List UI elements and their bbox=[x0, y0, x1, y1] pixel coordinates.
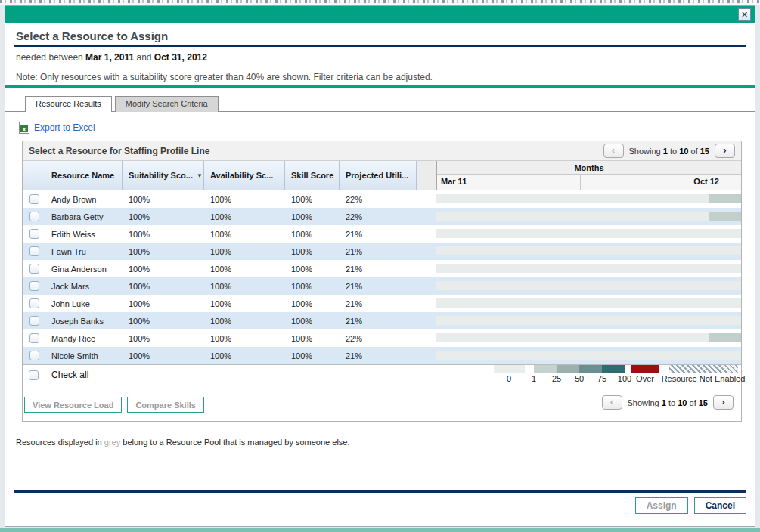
to-word: to bbox=[668, 147, 679, 156]
showing-word: Showing bbox=[629, 147, 663, 156]
utilization-bar bbox=[436, 246, 741, 255]
check-all-checkbox[interactable] bbox=[29, 370, 39, 380]
tab-resource-results[interactable]: Resource Results bbox=[25, 96, 112, 112]
row-checkbox[interactable] bbox=[29, 298, 39, 308]
footnote-grey-word: grey bbox=[104, 438, 120, 447]
assign-button[interactable]: Assign bbox=[635, 497, 688, 514]
table-row[interactable]: Fawn Tru 100% 100% 100% 21% bbox=[23, 243, 741, 260]
utilization-bar-tail bbox=[709, 194, 741, 203]
gantt-gridline bbox=[724, 312, 724, 329]
row-checkbox-cell bbox=[23, 277, 45, 295]
table-row[interactable]: Mandy Rice 100% 100% 100% 22% bbox=[23, 329, 741, 347]
row-checkbox[interactable] bbox=[29, 333, 39, 343]
suitability-cell: 100% bbox=[123, 225, 204, 243]
table-row[interactable]: Nicole Smith 100% 100% 100% 21% bbox=[23, 347, 741, 364]
skill-score-cell: 100% bbox=[285, 190, 340, 208]
row-checkbox[interactable] bbox=[29, 264, 39, 274]
row-checkbox[interactable] bbox=[29, 316, 39, 326]
compare-skills-button[interactable]: Compare Skills bbox=[127, 397, 203, 413]
legend-label-0: 0 bbox=[507, 374, 511, 383]
legend-label-not-enabled: Resource Not Enabled bbox=[662, 374, 746, 383]
header-resource-name[interactable]: Resource Name bbox=[45, 161, 123, 190]
pagination-text: Showing 1 to 10 of 15 bbox=[629, 147, 709, 156]
row-divider-cell bbox=[417, 295, 436, 312]
gantt-gridline bbox=[724, 190, 724, 208]
table-row[interactable]: Joseph Banks 100% 100% 100% 21% bbox=[23, 312, 741, 329]
suitability-cell: 100% bbox=[123, 312, 204, 329]
table-row[interactable]: Andy Brown 100% 100% 100% 22% bbox=[23, 190, 741, 208]
resource-name-cell: Joseph Banks bbox=[45, 312, 123, 329]
table-row[interactable]: Edith Weiss 100% 100% 100% 21% bbox=[23, 225, 741, 243]
row-checkbox[interactable] bbox=[29, 229, 39, 239]
projected-utilization-cell: 21% bbox=[340, 243, 417, 260]
legend-not-enabled-swatch bbox=[669, 365, 738, 373]
row-checkbox-cell bbox=[23, 243, 45, 260]
and-text: and bbox=[134, 52, 154, 63]
close-icon[interactable]: ✕ bbox=[738, 8, 751, 21]
row-checkbox[interactable] bbox=[29, 351, 39, 360]
skill-score-cell: 100% bbox=[285, 277, 340, 295]
suitability-cell: 100% bbox=[123, 208, 204, 225]
table-row[interactable]: Barbara Getty 100% 100% 100% 22% bbox=[23, 208, 741, 225]
projected-utilization-cell: 21% bbox=[340, 225, 417, 243]
row-checkbox-cell bbox=[23, 260, 45, 277]
cancel-button[interactable]: Cancel bbox=[694, 497, 746, 514]
utilization-gantt-cell bbox=[436, 190, 741, 208]
prev-page-button-bottom[interactable]: ‹ bbox=[602, 395, 622, 410]
tab-modify-search-criteria[interactable]: Modify Search Criteria bbox=[115, 96, 219, 112]
note-text: Note: Only resources with a suitability … bbox=[16, 72, 433, 82]
utilization-gantt-cell bbox=[436, 208, 741, 225]
skill-score-cell: 100% bbox=[285, 208, 340, 225]
row-checkbox[interactable] bbox=[29, 194, 39, 204]
row-divider-cell bbox=[417, 260, 436, 277]
skill-score-cell: 100% bbox=[285, 225, 340, 243]
projected-utilization-cell: 22% bbox=[340, 208, 417, 225]
suitability-cell: 100% bbox=[123, 347, 204, 364]
availability-cell: 100% bbox=[204, 347, 285, 364]
row-checkbox[interactable] bbox=[29, 212, 39, 221]
resource-name-cell: Barbara Getty bbox=[45, 208, 123, 225]
resource-name-cell: Nicole Smith bbox=[45, 347, 123, 364]
suitability-cell: 100% bbox=[123, 295, 204, 312]
legend-scale-segment bbox=[534, 365, 557, 373]
projected-utilization-cell: 21% bbox=[340, 347, 417, 364]
footnote-part1: Resources displayed in bbox=[16, 438, 104, 447]
pagination-text-bottom: Showing 1 to 10 of 15 bbox=[628, 398, 708, 407]
next-page-button-bottom[interactable]: › bbox=[713, 395, 734, 410]
header-availability-score[interactable]: Availability Sc... bbox=[204, 161, 285, 190]
utilization-bar bbox=[436, 333, 741, 342]
suitability-cell: 100% bbox=[123, 277, 204, 295]
header-suitability-score[interactable]: Suitability Sco... ▼ bbox=[123, 161, 204, 190]
row-divider-cell bbox=[417, 329, 436, 347]
utilization-bar bbox=[436, 281, 741, 290]
showing-word: Showing bbox=[628, 398, 662, 407]
table-row[interactable]: Jack Mars 100% 100% 100% 21% bbox=[23, 277, 741, 295]
skill-score-cell: 100% bbox=[285, 347, 340, 364]
months-range-row: Mar 11 Oct 12 bbox=[437, 175, 741, 190]
gantt-gridline bbox=[724, 225, 724, 243]
month-start-label: Mar 11 bbox=[437, 175, 581, 190]
skill-score-cell: 100% bbox=[285, 312, 340, 329]
row-checkbox[interactable] bbox=[29, 281, 39, 291]
of-word: of bbox=[688, 147, 700, 156]
utilization-bar-tail bbox=[709, 333, 741, 342]
needed-between-text: needed between Mar 1, 2011 and Oct 31, 2… bbox=[16, 52, 207, 63]
skill-score-cell: 100% bbox=[285, 329, 340, 347]
sort-desc-icon: ▼ bbox=[197, 172, 203, 179]
export-to-excel-link[interactable]: Export to Excel bbox=[19, 122, 95, 134]
header-skill-score[interactable]: Skill Score bbox=[285, 161, 340, 190]
resource-name-cell: Jack Mars bbox=[45, 277, 123, 295]
next-page-button[interactable]: › bbox=[715, 144, 735, 158]
row-checkbox[interactable] bbox=[29, 246, 39, 256]
prev-page-button[interactable]: ‹ bbox=[603, 144, 624, 158]
legend-scale-segment bbox=[557, 365, 579, 373]
view-resource-load-button[interactable]: View Resource Load bbox=[24, 397, 122, 413]
skill-score-cell: 100% bbox=[285, 243, 340, 260]
skill-score-cell: 100% bbox=[285, 295, 340, 312]
header-projected-utilization[interactable]: Projected Utili... bbox=[340, 161, 417, 190]
resource-name-cell: John Luke bbox=[45, 295, 123, 312]
utilization-bar bbox=[436, 298, 741, 308]
row-divider-cell bbox=[417, 225, 436, 243]
table-row[interactable]: Gina Anderson 100% 100% 100% 21% bbox=[23, 260, 741, 277]
table-row[interactable]: John Luke 100% 100% 100% 21% bbox=[23, 295, 741, 312]
